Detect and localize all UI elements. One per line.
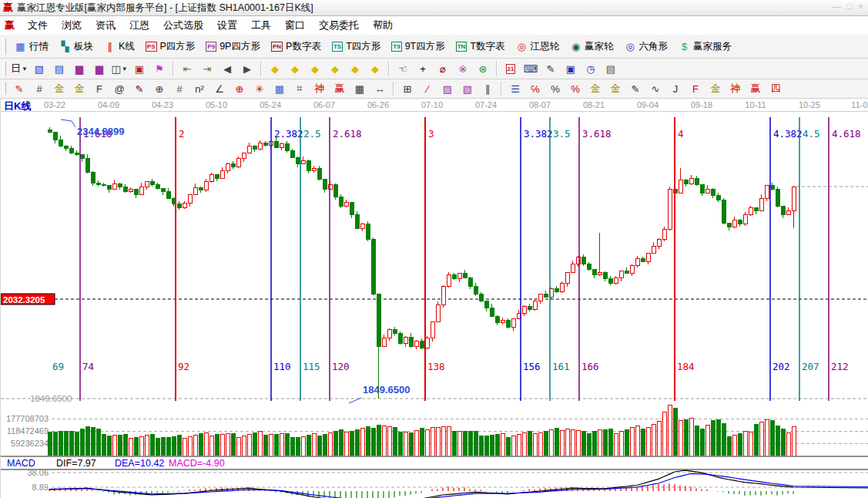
gann-web-icon[interactable]: ※ xyxy=(453,60,473,78)
f-angle-icon[interactable]: F xyxy=(685,80,705,98)
minimize-button[interactable]: — xyxy=(833,2,841,11)
compress-horizontal-icon[interactable]: ◆ xyxy=(325,60,345,78)
toolbar-grip xyxy=(2,62,6,76)
gold-line-icon[interactable]: 金 xyxy=(605,80,625,98)
kline-button-label: K线 xyxy=(119,40,135,53)
prev-bar-icon[interactable]: ◀ xyxy=(217,60,237,78)
si-angle-icon[interactable]: 四 xyxy=(766,80,786,98)
gold-circle-icon[interactable]: 金 xyxy=(585,80,605,98)
winner-wheel-button[interactable]: ◉赢家轮 xyxy=(565,38,619,56)
angle-tool-icon[interactable]: ∠ xyxy=(209,80,230,98)
crosshair-icon[interactable]: + xyxy=(413,60,433,78)
zoom-all-icon[interactable]: ◆ xyxy=(365,60,385,78)
star-grid-icon[interactable]: ✳ xyxy=(250,80,270,98)
menu-gann[interactable]: 江恩 xyxy=(122,17,156,33)
skip-last-icon[interactable]: ⇥ xyxy=(197,60,217,78)
candle-style-button[interactable]: ◫▼ xyxy=(109,60,129,78)
double-k-icon[interactable]: ▣ xyxy=(129,60,149,78)
brush-icon[interactable]: ✎ xyxy=(9,80,29,98)
menu-help[interactable]: 帮助 xyxy=(366,17,400,33)
print-icon[interactable]: ▤ xyxy=(601,60,621,78)
gold-price-icon[interactable]: 金 xyxy=(69,80,89,98)
jin-angle-icon[interactable]: 金 xyxy=(705,80,726,98)
spiral-icon: @ xyxy=(114,83,124,95)
ying-angle-icon[interactable]: 赢 xyxy=(746,80,766,98)
percent-line-icon[interactable]: ℅ xyxy=(525,80,545,98)
maximize-button[interactable]: □ xyxy=(847,2,853,11)
ruler-grid-icon[interactable]: ▦ xyxy=(350,80,370,98)
flag-icon[interactable]: ⚑ xyxy=(149,60,169,78)
menu-tools[interactable]: 工具 xyxy=(244,17,278,33)
winner-service-button[interactable]: $赢家服务 xyxy=(673,38,737,56)
9p-square-button[interactable]: P99P四方形 xyxy=(200,38,266,56)
minute3-bars-icon[interactable]: ▆ xyxy=(69,60,89,78)
n-square-icon[interactable]: n² xyxy=(189,80,209,98)
j-angle-icon[interactable]: J xyxy=(665,80,685,98)
ying-tool-icon[interactable]: 赢 xyxy=(330,80,350,98)
info-panel-icon[interactable]: ▤ xyxy=(49,60,69,78)
skip-first-icon[interactable]: ⇤ xyxy=(177,60,197,78)
fan-box-icon[interactable]: ▧ xyxy=(457,80,478,98)
column-stat-icon[interactable]: ☰ xyxy=(505,80,525,98)
menu-window[interactable]: 窗口 xyxy=(278,17,312,33)
calendar-icon[interactable]: 21 xyxy=(501,60,521,78)
menu-browse[interactable]: 浏览 xyxy=(55,17,89,33)
shen-tool-icon[interactable]: 神 xyxy=(310,80,330,98)
memo-icon[interactable]: ✎ xyxy=(541,60,561,78)
percent-icon[interactable]: % xyxy=(545,80,565,98)
hexagon-button[interactable]: ◎六角形 xyxy=(619,38,674,56)
width-measure-icon[interactable]: ↔ xyxy=(370,80,390,98)
time-comb-icon[interactable]: # xyxy=(169,80,189,98)
cycle-circle-icon[interactable]: ⊕ xyxy=(149,80,169,98)
calculator-icon[interactable]: ⌨ xyxy=(521,60,541,78)
pointer-off-icon[interactable]: ⌀ xyxy=(433,60,453,78)
menu-news[interactable]: 资讯 xyxy=(89,17,122,33)
parallel-lines-icon[interactable]: ∥ xyxy=(478,80,498,98)
p-square-button[interactable]: PSP四方形 xyxy=(140,38,201,56)
zoom-horizontal-icon[interactable]: ◆ xyxy=(305,60,325,78)
period-button[interactable]: 日▼ xyxy=(9,60,29,78)
p-table-button[interactable]: PNP数字表 xyxy=(266,38,327,56)
spiral-icon[interactable]: @ xyxy=(109,80,129,98)
hand-tool-icon[interactable]: ☜ xyxy=(393,60,413,78)
chart-canvas[interactable]: 03-2204-0904-2305-1005-2406-0706-2607-10… xyxy=(1,99,868,498)
minute9-bars-icon[interactable]: ▆ xyxy=(89,60,109,78)
schedule-icon[interactable]: ◷ xyxy=(581,60,601,78)
quote-button[interactable]: ▦行情 xyxy=(9,38,54,56)
percent-red-icon[interactable]: % xyxy=(565,80,585,98)
t-square-button[interactable]: TST四方形 xyxy=(327,38,386,56)
save-icon[interactable]: ▣ xyxy=(561,60,581,78)
pan-left-icon[interactable]: ◆ xyxy=(265,60,285,78)
wave-icon[interactable]: ∿ xyxy=(645,80,665,98)
menu-formula[interactable]: 公式选股 xyxy=(156,17,210,33)
kline-button[interactable]: ∥K线 xyxy=(99,38,140,56)
menu-trade[interactable]: 交易委托 xyxy=(312,17,366,33)
gann-circle-icon[interactable]: ⊕ xyxy=(230,80,250,98)
gann-comb-icon[interactable]: # xyxy=(29,80,49,98)
close-button[interactable]: × xyxy=(859,2,863,11)
chart-area[interactable]: 03-2204-0904-2305-1005-2406-0706-2607-10… xyxy=(0,99,868,498)
fan-grid-icon[interactable]: ▨ xyxy=(437,80,457,98)
gold-section-icon: 金 xyxy=(55,82,65,96)
next-bar-icon[interactable]: ▶ xyxy=(237,60,257,78)
pan-right-icon[interactable]: ◆ xyxy=(285,60,305,78)
9t-square-button[interactable]: T99T四方形 xyxy=(386,38,450,56)
sector-button[interactable]: ▚板块 xyxy=(54,38,99,56)
parallel-lines-icon: ∥ xyxy=(485,83,491,95)
t-table-button[interactable]: TNT数字表 xyxy=(451,38,511,56)
menu-settings[interactable]: 设置 xyxy=(210,17,244,33)
pulse-icon[interactable]: ⌗ xyxy=(290,80,310,98)
f-line-icon[interactable]: F xyxy=(89,80,109,98)
gold-section-icon[interactable]: 金 xyxy=(49,80,69,98)
shen-angle-icon[interactable]: 神 xyxy=(726,80,746,98)
analysis-icon[interactable]: ⊛ xyxy=(473,60,493,78)
gann-wheel-button[interactable]: ◎江恩轮 xyxy=(511,38,565,56)
box-tool-icon[interactable]: ⊞ xyxy=(397,80,417,98)
pen2-icon[interactable]: ✎ xyxy=(625,80,645,98)
overlay-chart-icon[interactable]: ▧ xyxy=(29,60,49,78)
expand-all-icon[interactable]: ◆ xyxy=(345,60,365,78)
web-grid-icon[interactable]: ▦ xyxy=(270,80,290,98)
measure-brush-icon[interactable]: ✎ xyxy=(129,80,149,98)
menu-file[interactable]: 文件 xyxy=(21,17,55,33)
gann-fan-icon[interactable]: ∕ xyxy=(417,80,437,98)
